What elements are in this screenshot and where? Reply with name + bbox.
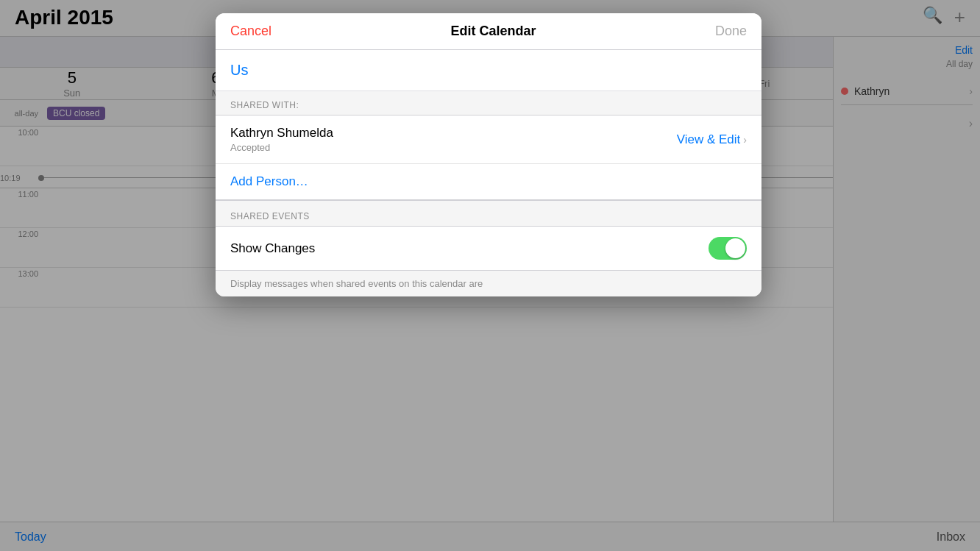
modal-header: Cancel Edit Calendar Done [216,13,761,50]
person-info: Kathryn Shumelda Accepted [230,126,677,153]
shared-events-section-header: SHARED EVENTS [216,201,761,226]
show-changes-label: Show Changes [230,241,709,256]
view-edit-button[interactable]: View & Edit › [677,132,747,147]
calendar-name-field[interactable]: Us [216,50,761,91]
shared-with-label: SHARED WITH: [230,100,747,110]
modal-title: Edit Calendar [450,24,536,39]
done-button[interactable]: Done [715,24,747,39]
shared-persons-section: Kathryn Shumelda Accepted View & Edit › … [216,115,761,201]
shared-with-section-header: SHARED WITH: [216,91,761,115]
shared-events-label: SHARED EVENTS [230,211,747,221]
person-name: Kathryn Shumelda [230,126,677,141]
toggle-knob [725,238,745,258]
add-person-button[interactable]: Add Person… [216,164,761,200]
show-changes-row: Show Changes [216,226,761,271]
modal-description: Display messages when shared events on t… [216,271,761,296]
cancel-button[interactable]: Cancel [230,24,271,39]
edit-calendar-modal: Cancel Edit Calendar Done Us SHARED WITH… [216,13,761,296]
show-changes-toggle[interactable] [709,237,747,260]
calendar-name-section: Us [216,50,761,91]
person-row: Kathryn Shumelda Accepted View & Edit › [216,115,761,164]
modal-body: Us SHARED WITH: Kathryn Shumelda Accepte… [216,50,761,296]
view-edit-chevron-icon: › [743,134,747,146]
person-status: Accepted [230,142,677,153]
